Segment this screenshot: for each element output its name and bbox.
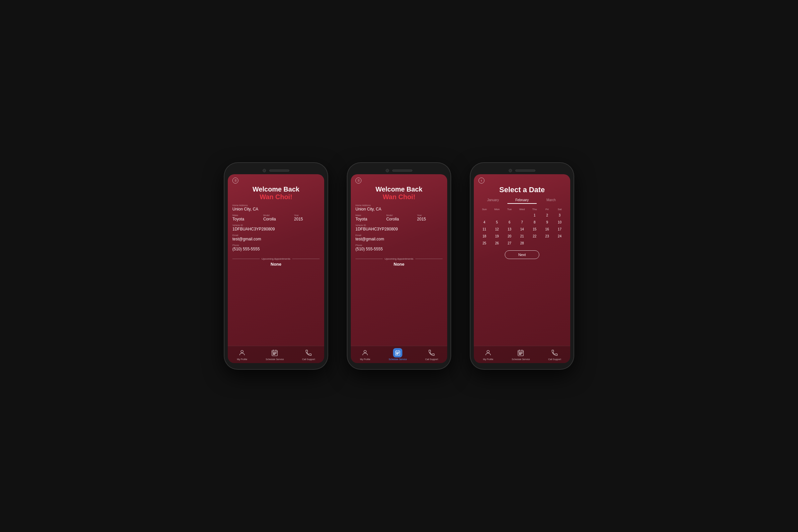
menu-icon[interactable] [232,177,239,184]
screen-2: Welcome Back Wan Choi! Home Address Unio… [351,174,447,363]
welcome-title-1: Welcome Back [232,186,320,193]
cal-header-mon: Mon [491,207,503,211]
cal-header-wed: Wed [516,207,528,211]
cal-day-17[interactable]: 17 [554,226,566,232]
svg-rect-16 [398,353,398,354]
back-icon[interactable] [478,177,484,184]
vehicle-id-section-2: Vehicle ID 1DFBUAHC3YP280809 [356,224,442,231]
svg-rect-17 [399,353,399,354]
cal-day-6[interactable]: 6 [504,219,515,225]
cal-day-8[interactable]: 8 [529,219,540,225]
cal-day-19[interactable]: 19 [491,233,503,240]
cal-day-2[interactable]: 2 [541,212,553,218]
camera-dot [263,169,266,172]
phone-2: Welcome Back Wan Choi! Home Address Unio… [347,163,451,369]
welcome-name-1: Wan Choi! [232,193,320,201]
tab-january[interactable]: January [478,197,507,204]
cal-day-10[interactable]: 10 [554,219,566,225]
bottom-nav-1: My Profile Schedule S [228,346,324,363]
svg-rect-21 [518,350,524,356]
menu-icon-2[interactable] [356,177,361,184]
nav-label-call-1: Call Support [302,358,315,360]
upcoming-divider: Upcoming Appointments [232,258,320,260]
model-value-2: Corolla [386,217,412,222]
email-value-2: test@gmail.com [356,237,442,241]
cal-day-11[interactable]: 11 [478,226,491,232]
phone-value-2: (510) 555-5555 [356,247,442,251]
nav-call-1[interactable]: Call Support [302,348,315,360]
profile-icon-2 [360,348,370,358]
nav-schedule-2[interactable]: Schedule Service [389,348,407,360]
nav-my-profile-1[interactable]: My Profile [237,348,247,360]
cal-day-3[interactable]: 3 [554,212,566,218]
make-value-2: Toyota [356,217,381,222]
year-value: 2015 [294,217,320,222]
model-label: Model [263,214,289,216]
phone-value: (510) 555-5555 [232,247,320,251]
cal-day-9[interactable]: 9 [541,219,553,225]
svg-rect-8 [273,354,274,355]
divider-line-left-2 [356,259,383,259]
next-button[interactable]: Next [505,250,540,259]
vehicle-info-row: Make Toyota Model Corolla Year 2015 [232,214,320,224]
nav-label-profile-3: My Profile [483,358,493,360]
cal-day-1[interactable]: 1 [529,212,540,218]
schedule-icon-1 [270,348,279,358]
phone-3: Select a Date January February March Sun… [471,163,573,369]
cal-day-15[interactable]: 15 [529,226,540,232]
calendar-grid: Sun Mon Tue Wed Thu Fri Sat 1 2 3 4 5 6 [478,207,566,246]
nav-schedule-3[interactable]: Schedule Service [512,348,530,360]
cal-day-22[interactable]: 22 [529,233,540,240]
svg-rect-18 [397,354,397,355]
nav-label-call-3: Call Support [548,358,561,360]
home-address-value-2: Union City, CA [356,207,442,211]
cal-day-27[interactable]: 27 [504,240,515,246]
cal-day-23[interactable]: 23 [541,233,553,240]
select-date-title: Select a Date [478,186,566,194]
welcome-name-2: Wan Choi! [356,193,442,201]
speaker-bar-2 [392,170,412,172]
cal-day-14[interactable]: 14 [516,226,528,232]
home-address-label: Home Address [232,204,320,207]
svg-rect-1 [272,350,278,356]
nav-call-2[interactable]: Call Support [425,348,438,360]
cal-day-5[interactable]: 5 [491,219,503,225]
screen-content-1: Welcome Back Wan Choi! Home Address Unio… [228,174,324,346]
bottom-nav-3: My Profile Schedule S [474,346,570,363]
make-value: Toyota [232,217,258,222]
cal-day-28[interactable]: 28 [516,240,528,246]
cal-day-empty-3 [504,212,515,218]
cal-day-13[interactable]: 13 [504,226,515,232]
bottom-nav-2: My Profile Schedule S [351,346,447,363]
svg-rect-7 [276,353,276,354]
home-address-section-2: Home Address Union City, CA [356,204,442,211]
tab-february[interactable]: February [507,197,536,204]
cal-day-20[interactable]: 20 [504,233,515,240]
cal-day-18[interactable]: 18 [478,233,491,240]
year-section-2: Year 2015 [417,214,442,222]
upcoming-value-1: None [232,262,320,267]
cal-day-4[interactable]: 4 [478,219,491,225]
cal-day-25[interactable]: 25 [478,240,491,246]
tab-march[interactable]: March [537,197,566,204]
call-icon-3 [550,348,559,358]
cal-day-26[interactable]: 26 [491,240,503,246]
cal-day-12[interactable]: 12 [491,226,503,232]
cal-header-fri: Fri [541,207,553,211]
cal-day-7[interactable]: 7 [516,219,528,225]
cal-day-empty-4 [516,212,528,218]
cal-day-21[interactable]: 21 [516,233,528,240]
cal-day-16[interactable]: 16 [541,226,553,232]
divider-line-right [292,259,320,259]
cal-day-24[interactable]: 24 [554,233,566,240]
nav-my-profile-3[interactable]: My Profile [483,348,493,360]
nav-schedule-1[interactable]: Schedule Service [266,348,284,360]
nav-call-3[interactable]: Call Support [548,348,561,360]
email-label-2: Email [356,234,442,236]
call-icon-2 [427,348,436,358]
svg-rect-6 [274,353,275,354]
nav-my-profile-2[interactable]: My Profile [360,348,370,360]
phone-top-bar-3 [474,169,570,172]
cal-day-empty-5 [529,240,540,246]
nav-label-call-2: Call Support [425,358,438,360]
